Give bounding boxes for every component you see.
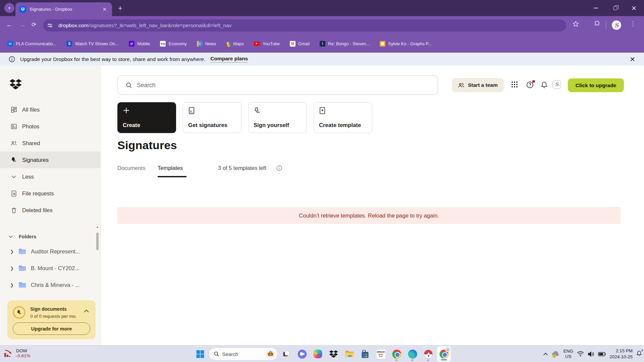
account-avatar[interactable]: S	[552, 80, 561, 89]
back-button[interactable]: ←	[6, 21, 13, 28]
banner-close-icon[interactable]: ✕	[630, 55, 635, 63]
compare-plans-link[interactable]: Compare plans	[210, 56, 248, 63]
start-button[interactable]	[193, 346, 207, 362]
amazon-icon[interactable]: amazon	[374, 346, 388, 362]
apps-grid-icon[interactable]	[511, 81, 518, 89]
task-view-button[interactable]	[279, 346, 293, 362]
bookmark-item[interactable]: y! Mobile	[129, 41, 150, 47]
dropbox-app-icon[interactable]	[327, 346, 341, 362]
doc-yellow-icon	[380, 41, 385, 47]
bookmark-star-icon[interactable]	[572, 20, 579, 29]
pen-icon	[10, 157, 17, 163]
forward-button[interactable]: →	[19, 21, 25, 28]
window-restore-button[interactable]	[606, 0, 625, 16]
language-indicator[interactable]: ENGUS	[564, 349, 573, 359]
sidebar-item-file-requests[interactable]: File requests	[0, 185, 100, 202]
microsoft-store-icon[interactable]	[358, 346, 372, 362]
bookmark-item[interactable]: WSJ Economy	[160, 41, 186, 47]
sidebar-scrollbar[interactable]: ▲ ▼	[96, 225, 99, 297]
copilot-icon[interactable]	[311, 346, 325, 362]
upgrade-banner: Upgrade your Dropbox for the best way to…	[0, 53, 644, 66]
scroll-up-icon[interactable]: ▲	[96, 225, 99, 229]
edge-icon[interactable]	[406, 346, 420, 362]
chevron-right-icon[interactable]: ❯	[10, 283, 14, 288]
browser-menu-icon[interactable]: ⋮	[630, 20, 636, 27]
browser-profile-avatar[interactable]: S	[612, 20, 621, 30]
bookmark-item[interactable]: Maps	[226, 41, 244, 47]
new-tab-button[interactable]: +	[118, 4, 122, 13]
chrome-sign-profile-icon[interactable]: S	[437, 346, 451, 362]
bookmark-item[interactable]: \ Re: Bongo - Steven...	[320, 41, 370, 47]
sidebar-item-all-files[interactable]: All files	[0, 101, 100, 118]
password-manager-icon[interactable]	[421, 346, 435, 362]
click-to-upgrade-button[interactable]: Click to upgrade	[568, 78, 624, 92]
bookmark-item[interactable]: Sylvie Ko - Graphs P...	[380, 41, 432, 47]
start-a-team-button[interactable]: Start a team	[452, 78, 504, 92]
search-input[interactable]	[137, 82, 430, 89]
active-tab-underline	[158, 176, 186, 177]
sign-yourself-button[interactable]: Sign yourself	[248, 102, 307, 133]
sidebar-folder-auditor[interactable]: ❯ Auditor Represent...	[0, 243, 100, 260]
folder-icon	[18, 282, 26, 288]
sidebar-item-deleted-files[interactable]: Deleted files	[0, 202, 100, 219]
search-bar[interactable]	[117, 75, 438, 95]
toolbar-divider	[606, 21, 606, 29]
upgrade-for-more-button[interactable]: Upgrade for more	[13, 322, 90, 335]
quota-subtitle: 0 of 0 requests per mo.	[30, 314, 77, 319]
teams-chat-icon[interactable]	[295, 346, 309, 362]
tab-search-button[interactable]: ▾	[4, 3, 14, 13]
taskbar-clock[interactable]: 2:15 PM2024-10-25	[609, 348, 633, 360]
battery-icon[interactable]	[598, 352, 606, 356]
sidebar-item-shared[interactable]: Shared	[0, 135, 100, 152]
window-close-button[interactable]: ✕	[625, 0, 643, 16]
info-icon	[9, 56, 15, 62]
tab-close-icon[interactable]: ✕	[101, 6, 108, 13]
taskbar-search[interactable]	[209, 348, 278, 360]
sidebar-folder-bmount[interactable]: ❯ B. Mount - CY202...	[0, 260, 100, 277]
pen-icon	[13, 306, 25, 319]
bell-icon[interactable]	[541, 81, 548, 90]
window-minimize-button[interactable]	[586, 0, 605, 16]
help-icon[interactable]	[526, 81, 534, 90]
browser-tab[interactable]: Signatures - Dropbox ✕	[15, 2, 112, 16]
chevron-right-icon[interactable]: ❯	[10, 249, 14, 254]
dropbox-logo[interactable]	[9, 79, 22, 91]
site-settings-icon[interactable]	[46, 21, 54, 30]
reload-button[interactable]: ⟳	[32, 21, 36, 28]
chevron-right-icon[interactable]: ❯	[10, 266, 14, 271]
sidebar-item-photos[interactable]: Photos	[0, 118, 100, 135]
chrome-icon[interactable]	[390, 346, 404, 362]
address-bar[interactable]: dropbox.com/signatures?_tk=web_left_nav_…	[43, 19, 566, 32]
wifi-icon[interactable]	[577, 351, 584, 357]
sidebar-item-less[interactable]: Less	[0, 168, 100, 185]
sidebar-folder-chris-minerva[interactable]: ❯ Chris & Minerva - ...	[0, 277, 100, 293]
all-files-icon	[10, 107, 17, 113]
weather-alert-icon[interactable]: !	[552, 351, 560, 357]
create-template-button[interactable]: Create template	[314, 102, 372, 133]
search-icon	[126, 82, 132, 88]
document-signature-icon	[188, 107, 195, 116]
bookmark-item[interactable]: YouTube	[254, 41, 280, 46]
bookmark-item[interactable]: M Gmail	[290, 41, 310, 47]
bookmark-item[interactable]: ≡ News	[197, 41, 216, 47]
info-icon[interactable]	[276, 165, 282, 172]
taskbar-search-input[interactable]	[222, 351, 256, 357]
create-button[interactable]: Create	[117, 102, 176, 133]
system-tray: ! ENGUS 2:15 PM2024-10-25 z	[543, 346, 642, 362]
tray-chevron-up-icon[interactable]	[543, 353, 548, 356]
tab-documents[interactable]: Documents	[117, 165, 145, 171]
taskbar-stock-widget[interactable]: DOW -0.61%	[3, 348, 31, 358]
extensions-icon[interactable]	[594, 20, 601, 29]
volume-icon[interactable]	[588, 351, 594, 357]
scrollbar-thumb[interactable]	[96, 233, 99, 250]
chevron-up-icon[interactable]	[84, 308, 89, 314]
sidebar-item-signatures[interactable]: Signatures	[0, 152, 100, 168]
file-explorer-icon[interactable]	[342, 346, 357, 362]
bookmark-item[interactable]: S Watch TV Shows On...	[66, 41, 119, 47]
bookmark-item[interactable]: 31 PLA Communicatio...	[7, 41, 56, 47]
chevron-down-icon	[10, 175, 17, 178]
folders-header[interactable]: Folders	[0, 231, 100, 242]
tab-templates[interactable]: Templates	[158, 165, 183, 171]
notifications-bell-icon[interactable]: z	[636, 350, 642, 358]
get-signatures-button[interactable]: Get signatures	[183, 102, 241, 133]
